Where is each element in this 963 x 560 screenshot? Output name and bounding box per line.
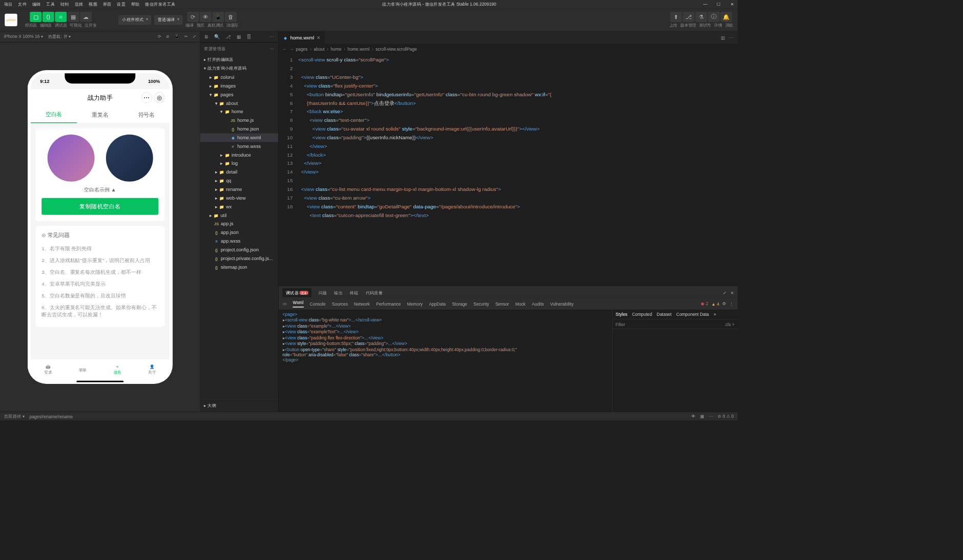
sim-refresh-icon[interactable]: ⟳ [158, 34, 161, 39]
sidetab-more-icon[interactable]: » [714, 312, 716, 316]
explorer-db-icon[interactable]: 🗄 [246, 34, 251, 39]
sidetab-dataset[interactable]: Dataset [657, 312, 672, 316]
subtab-mock[interactable]: Mock [515, 301, 526, 306]
tree-item-project.config.json[interactable]: {} project.config.json [200, 246, 278, 254]
page-path-label[interactable]: 页面路径 ▾ [4, 413, 25, 419]
remote-debug-button[interactable]: 📱 [212, 12, 224, 22]
outline-section[interactable]: ▸ 大纲 [200, 401, 278, 412]
devtab-debugger[interactable]: 调试器2,4 [283, 288, 311, 297]
subtab-perf[interactable]: Performance [376, 301, 401, 306]
status-errors[interactable]: ⊘ 0 ⚠ 0 [718, 414, 734, 419]
visual-button[interactable]: ▦ [68, 12, 79, 22]
hotreload-select[interactable]: 热重载: 开 ▾ [48, 34, 71, 39]
crumb-item[interactable]: home [331, 47, 342, 51]
subtab-sources[interactable]: Sources [332, 301, 348, 306]
code-area[interactable]: <scroll-view scroll-y class="scrollPage"… [298, 54, 738, 286]
tree-item-detail[interactable]: ▸ 📁 detail [200, 168, 278, 177]
close-tab-icon[interactable]: ✕ [317, 35, 321, 40]
devtools-settings-icon[interactable]: ⚙ [722, 301, 726, 306]
tree-item-pages[interactable]: ▾ 📁 pages [200, 90, 278, 99]
bottom-tab-android[interactable]: 🤖安卓 [31, 359, 66, 381]
editor-tab-home-wxml[interactable]: ◆ home.wxml ✕ [279, 31, 325, 44]
tree-item-qq[interactable]: ▸ 📁 qq [200, 177, 278, 185]
subtab-vuln[interactable]: Vulnerability [550, 301, 574, 306]
subtab-security[interactable]: Security [473, 301, 489, 306]
devtools-more-icon[interactable]: ⋮ [729, 301, 734, 306]
details-button[interactable]: ⓘ [708, 12, 720, 22]
debugger-button[interactable]: ≡ [55, 12, 67, 22]
tree-item-sitemap.json[interactable]: {} sitemap.json [200, 263, 278, 271]
menu-edit[interactable]: 编辑 [30, 2, 43, 7]
status-grid-icon[interactable]: ▦ [700, 414, 704, 419]
menu-goto[interactable]: 转到 [58, 2, 71, 7]
explorer-search-icon[interactable]: 🔍 [214, 34, 220, 39]
copy-random-button[interactable]: 复制随机空白名 [41, 198, 158, 215]
subtab-sensor[interactable]: Sensor [495, 301, 509, 306]
cloud-button[interactable]: ☁ [80, 12, 92, 22]
editor-more-icon[interactable]: ⋯ [729, 35, 734, 40]
devtab-quality[interactable]: 代码质量 [366, 290, 383, 295]
mode-select[interactable]: 小程序模式 [118, 15, 151, 24]
phone-tab-blank[interactable]: 空白名 [31, 106, 77, 123]
menu-select[interactable]: 选择 [72, 2, 86, 7]
open-editors-section[interactable]: ▸ 打开的编辑器 [200, 55, 278, 64]
menu-help[interactable]: 帮助 [129, 2, 142, 7]
devtools-close-icon[interactable]: ✕ [730, 290, 734, 295]
sim-rotate-icon[interactable]: 📱 [174, 34, 180, 39]
tree-item-app.js[interactable]: JS app.js [200, 220, 278, 228]
compile-button[interactable]: ⟳ [187, 12, 199, 22]
phone-tab-sym[interactable]: 符号名 [123, 106, 170, 123]
bottom-tab-about[interactable]: 👤关于 [135, 359, 170, 381]
devtab-output[interactable]: 输出 [334, 290, 343, 295]
devtab-terminal[interactable]: 终端 [350, 290, 359, 295]
menu-tools[interactable]: 工具 [44, 2, 57, 7]
crumb-item[interactable]: home.wxml [348, 47, 370, 51]
test-button[interactable]: ⚗ [695, 12, 707, 22]
simulator-button[interactable]: ▢ [30, 12, 41, 22]
devtools-pop-icon[interactable]: ⤢ [723, 290, 726, 295]
subtab-appdata[interactable]: AppData [429, 301, 446, 306]
menu-view[interactable]: 视图 [87, 2, 100, 7]
status-eye-icon[interactable]: 👁 [691, 414, 695, 419]
split-editor-icon[interactable]: ▥ [721, 35, 725, 40]
version-button[interactable]: ⎇ [683, 12, 695, 22]
tree-item-about[interactable]: ▾ 📁 about [200, 99, 278, 107]
subtab-memory[interactable]: Memory [407, 301, 423, 306]
phone-tab-dup[interactable]: 重复名 [77, 106, 123, 123]
tree-item-home.js[interactable]: JS home.js [200, 116, 278, 125]
window-maximize-icon[interactable]: ☐ [715, 2, 723, 7]
bottom-tab-apple[interactable]: 苹果 [66, 359, 100, 381]
tree-item-util[interactable]: ▸ 📁 util [200, 211, 278, 220]
explorer-git-icon[interactable]: ⎇ [225, 34, 231, 39]
clear-cache-button[interactable]: 🗑 [225, 12, 237, 22]
editor-button[interactable]: ⟨⟩ [43, 12, 54, 22]
device-select[interactable]: iPhone X 100% 16 ▾ [4, 34, 44, 39]
tree-item-web-view[interactable]: ▸ 📁 web-view [200, 193, 278, 202]
devtab-problems[interactable]: 问题 [319, 290, 327, 295]
explorer-ext-icon[interactable]: ▦ [237, 34, 241, 39]
crumb-item[interactable]: scroll-view.scrollPage [375, 47, 417, 51]
preview-button[interactable]: 👁 [200, 12, 212, 22]
compile-select[interactable]: 普通编译 [154, 15, 182, 24]
tree-item-colorui[interactable]: ▸ 📁 colorui [200, 73, 278, 81]
tree-item-home[interactable]: ▾ 📁 home [200, 107, 278, 116]
crumb-fwd-icon[interactable]: → [289, 47, 294, 51]
explorer-more-icon[interactable]: ⋯ [269, 34, 274, 39]
crumb-back-icon[interactable]: ← [283, 47, 287, 51]
menu-wechat-devtools[interactable]: 微信开发者工具 [143, 2, 178, 7]
status-more-icon[interactable]: ⋯ [709, 414, 713, 419]
menu-project[interactable]: 项目 [2, 2, 15, 7]
menu-file[interactable]: 文件 [16, 2, 29, 7]
subtab-console[interactable]: Console [310, 301, 326, 306]
tree-item-wx[interactable]: ▸ 📁 wx [200, 202, 278, 211]
sidetab-computed[interactable]: Computed [632, 312, 652, 316]
explorer-files-icon[interactable]: 🗎 [204, 34, 208, 39]
menu-ui[interactable]: 界面 [100, 2, 114, 7]
sim-pop-icon[interactable]: ⤢ [193, 34, 196, 39]
styles-filter-input[interactable]: Filter [616, 322, 625, 327]
styles-cls-button[interactable]: .cls + [724, 322, 735, 327]
inspect-icon[interactable]: ▭ [283, 301, 287, 306]
tree-item-images[interactable]: ▸ 📁 images [200, 81, 278, 90]
tree-item-app.json[interactable]: {} app.json [200, 228, 278, 237]
sim-mute-icon[interactable]: ⊘ [166, 34, 170, 39]
